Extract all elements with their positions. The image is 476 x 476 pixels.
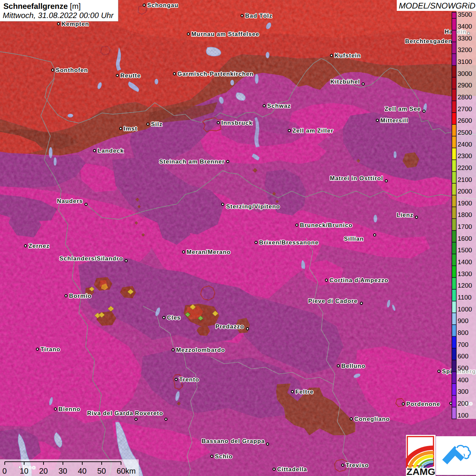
svg-text:ZAMG: ZAMG	[407, 466, 436, 476]
